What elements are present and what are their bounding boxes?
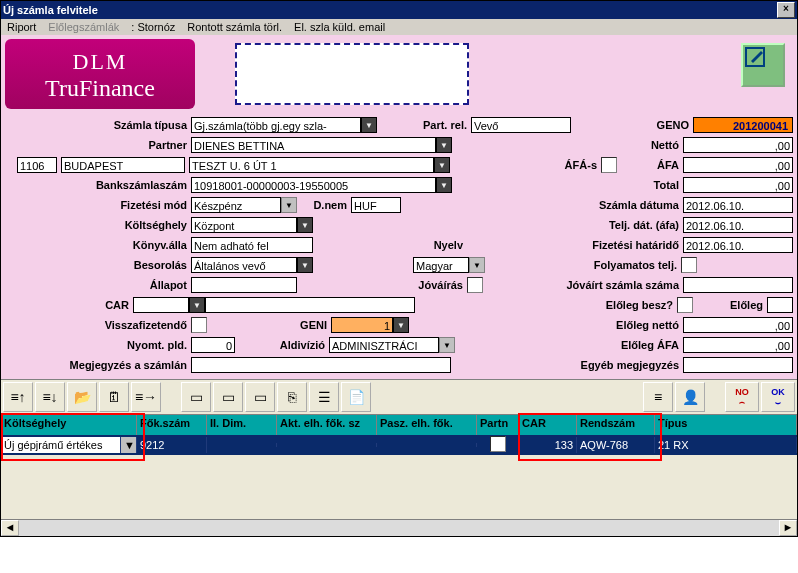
tool-sort-asc[interactable]: ≡↑ — [3, 382, 33, 412]
dropdown-cim[interactable]: ▼ — [434, 157, 450, 173]
label-eloleg: Előleg — [693, 299, 767, 311]
cell-iidim[interactable] — [207, 443, 277, 447]
col-aktelh[interactable]: Akt. elh. fők. sz — [277, 415, 377, 435]
edit-button[interactable] — [741, 43, 785, 87]
col-partn[interactable]: Partn — [477, 415, 519, 435]
col-rendszam[interactable]: Rendszám — [577, 415, 655, 435]
dropdown-szamla-tipusa[interactable]: ▼ — [361, 117, 377, 133]
tool-card2-icon[interactable]: ▭ — [213, 382, 243, 412]
field-part-rel[interactable]: Vevő — [471, 117, 571, 133]
close-icon[interactable]: × — [777, 2, 795, 18]
checkbox-folyamatos-telj[interactable] — [681, 257, 697, 273]
label-visszafizetendo: Visszafizetendő — [5, 319, 191, 331]
dropdown-car[interactable]: ▼ — [189, 297, 205, 313]
col-iidim[interactable]: II. Dim. — [207, 415, 277, 435]
col-tipus[interactable]: Típus — [655, 415, 797, 435]
cell-fokszam[interactable]: 9212 — [137, 437, 207, 453]
scrollbar-horizontal[interactable] — [19, 520, 779, 536]
field-geni[interactable]: 1 — [331, 317, 393, 333]
field-telj-dat[interactable]: 2012.06.10. — [683, 217, 793, 233]
dropdown-fizetesi-mod[interactable]: ▼ — [281, 197, 297, 213]
tool-card3-icon[interactable]: ▭ — [245, 382, 275, 412]
drop-area[interactable] — [235, 43, 469, 105]
menu-rontott[interactable]: Rontott számla törl. — [187, 21, 282, 33]
col-car[interactable]: CAR — [519, 415, 577, 435]
col-fokszam[interactable]: Fők.szám — [137, 415, 207, 435]
label-bankszamlaszam: Bankszámlaszám — [5, 179, 191, 191]
cell-partn[interactable] — [477, 434, 519, 456]
tool-next-icon[interactable]: ≡→ — [131, 382, 161, 412]
form-area: DLM TruFinance Számla típusa Gj.számla(t… — [1, 35, 797, 379]
dropdown-partner[interactable]: ▼ — [436, 137, 452, 153]
field-aldivizio[interactable]: ADMINISZTRÁCI — [329, 337, 439, 353]
scroll-left-icon[interactable]: ◄ — [1, 520, 19, 536]
menu-storno[interactable]: : Stornóz — [131, 21, 175, 33]
label-szamla-datuma: Számla dátuma — [539, 199, 683, 211]
tool-copy-icon[interactable]: ⎘ — [277, 382, 307, 412]
data-grid[interactable]: Költséghely Fők.szám II. Dim. Akt. elh. … — [1, 415, 797, 536]
no-button[interactable]: NO⌢ — [725, 382, 759, 412]
dropdown-aldivizio[interactable]: ▼ — [439, 337, 455, 353]
field-irsz[interactable]: 1106 — [17, 157, 57, 173]
field-fizetesi-mod[interactable]: Készpénz — [191, 197, 281, 213]
checkbox-jovairas[interactable] — [467, 277, 483, 293]
label-egyeb: Egyéb megjegyzés — [519, 359, 683, 371]
cell-koltseghely[interactable]: Új gépjrámű értékes — [1, 437, 121, 453]
field-megjegyzes[interactable] — [191, 357, 451, 373]
menu-elszla[interactable]: El. szla küld. email — [294, 21, 385, 33]
field-dnem[interactable]: HUF — [351, 197, 401, 213]
label-dnem: D.nem — [297, 199, 351, 211]
tool-doc-icon[interactable]: 📄 — [341, 382, 371, 412]
field-cim[interactable]: TESZT U. 6 ÚT 1 — [189, 157, 434, 173]
dropdown-besorolas[interactable]: ▼ — [297, 257, 313, 273]
field-besorolas[interactable]: Általános vevő — [191, 257, 297, 273]
field-nyelv[interactable]: Magyar — [413, 257, 469, 273]
label-szamla-tipusa: Számla típusa — [5, 119, 191, 131]
tool-user-icon[interactable]: 👤 — [675, 382, 705, 412]
tool-calendar-icon[interactable]: 🗓 — [99, 382, 129, 412]
label-besorolas: Besorolás — [5, 259, 191, 271]
dropdown-geni[interactable]: ▼ — [393, 317, 409, 333]
tool-right1-icon[interactable]: ≡ — [643, 382, 673, 412]
ok-button[interactable]: OK⌣ — [761, 382, 795, 412]
label-eloleg-netto: Előleg nettó — [539, 319, 683, 331]
field-egyeb[interactable] — [683, 357, 793, 373]
title-bar: Új számla felvitele × — [1, 1, 797, 19]
dropdown-nyelv[interactable]: ▼ — [469, 257, 485, 273]
tool-sort-desc[interactable]: ≡↓ — [35, 382, 65, 412]
col-koltseghely[interactable]: Költséghely — [1, 415, 137, 435]
dropdown-bankszamlaszam[interactable]: ▼ — [436, 177, 452, 193]
field-varos[interactable]: BUDAPEST — [61, 157, 185, 173]
field-netto: ,00 — [683, 137, 793, 153]
field-fizetesi-hatarido[interactable]: 2012.06.10. — [683, 237, 793, 253]
tool-list-icon[interactable]: ☰ — [309, 382, 339, 412]
label-eloleg-afa: Előleg ÁFA — [539, 339, 683, 351]
tool-card1-icon[interactable]: ▭ — [181, 382, 211, 412]
cell-paszelh[interactable] — [377, 443, 477, 447]
scroll-right-icon[interactable]: ► — [779, 520, 797, 536]
toolbar: ≡↑ ≡↓ 📂 🗓 ≡→ ▭ ▭ ▭ ⎘ ☰ 📄 ≡ 👤 NO⌢ OK⌣ — [1, 379, 797, 415]
cell-aktelh[interactable] — [277, 443, 377, 447]
cell-car[interactable]: 133 — [519, 437, 577, 453]
field-koltseghely[interactable]: Központ — [191, 217, 297, 233]
checkbox-afas[interactable] — [601, 157, 617, 173]
checkbox-eloleg-besz[interactable] — [677, 297, 693, 313]
field-partner[interactable]: DIENES BETTINA — [191, 137, 436, 153]
menu-riport[interactable]: Riport — [7, 21, 36, 33]
grid-row[interactable]: Új gépjrámű értékes ▼ 9212 133 AQW-768 2… — [1, 435, 797, 455]
field-nyomt-pld[interactable]: 0 — [191, 337, 235, 353]
checkbox-visszafizetendo[interactable] — [191, 317, 207, 333]
tool-folder-icon[interactable]: 📂 — [67, 382, 97, 412]
field-szamla-tipusa[interactable]: Gj.számla(több gj.egy szla- — [191, 117, 361, 133]
field-bankszamlaszam[interactable]: 10918001-00000003-19550005 — [191, 177, 436, 193]
cell-koltseghely-drop[interactable]: ▼ — [121, 437, 137, 453]
field-car[interactable] — [133, 297, 189, 313]
field-jovairt-szamla[interactable] — [683, 277, 793, 293]
cell-rendszam[interactable]: AQW-768 — [577, 437, 655, 453]
label-geni: GENI — [207, 319, 331, 331]
dropdown-koltseghely[interactable]: ▼ — [297, 217, 313, 233]
field-eloleg[interactable] — [767, 297, 793, 313]
field-szamla-datuma[interactable]: 2012.06.10. — [683, 197, 793, 213]
col-paszelh[interactable]: Pasz. elh. fők. — [377, 415, 477, 435]
cell-tipus[interactable]: 21 RX — [655, 437, 797, 453]
